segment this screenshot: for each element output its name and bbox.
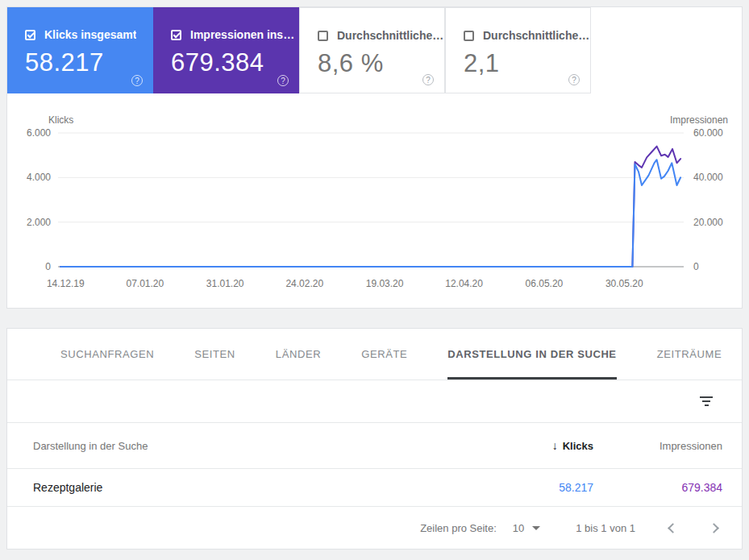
filter-row (7, 380, 742, 423)
pagination-bar: Zeilen pro Seite: 10 1 bis 1 von 1 (7, 507, 742, 550)
search-appearance-panel: SUCHANFRAGENSEITENLÄNDERGERÄTEDARSTELLUN… (6, 328, 743, 550)
svg-text:31.01.20: 31.01.20 (206, 278, 244, 289)
dimension-tabs: SUCHANFRAGENSEITENLÄNDERGERÄTEDARSTELLUN… (7, 329, 742, 380)
filter-icon[interactable] (697, 393, 716, 409)
page-size-select[interactable]: 10 (513, 522, 540, 534)
svg-text:06.05.20: 06.05.20 (526, 278, 564, 289)
tab-zeitraume[interactable]: ZEITRÄUME (657, 329, 722, 380)
column-header-klicks[interactable]: ↓Klicks (481, 439, 593, 452)
checkbox-icon[interactable] (318, 31, 328, 41)
pagination-range: 1 bis 1 von 1 (576, 522, 635, 534)
metric-card-label: Klicks insgesamt (44, 28, 136, 41)
row-klicks-value: 58.217 (481, 481, 593, 494)
svg-text:20.000: 20.000 (693, 217, 723, 228)
svg-text:Klicks: Klicks (48, 114, 73, 126)
metric-card-position[interactable]: Durchschnittliche… 2,1 (445, 7, 591, 93)
svg-text:0: 0 (45, 261, 51, 272)
table-row[interactable]: Rezeptgalerie 58.217 679.384 (7, 469, 742, 507)
row-impressionen-value: 679.384 (593, 481, 722, 494)
metric-card-impressions[interactable]: Impressionen ins… 679.384 (153, 7, 299, 93)
svg-text:2.000: 2.000 (27, 217, 51, 228)
svg-text:6.000: 6.000 (27, 127, 51, 139)
next-page-icon[interactable] (709, 523, 719, 533)
sort-descending-icon: ↓ (552, 439, 558, 452)
table-header-row: Darstellung in der Suche ↓Klicks Impress… (7, 423, 742, 469)
column-header-name: Darstellung in der Suche (33, 440, 481, 452)
checkbox-icon[interactable] (171, 30, 181, 40)
rows-per-page-label: Zeilen pro Seite: (420, 522, 497, 534)
metric-cards-row: Klicks insgesamt 58.217 Impressionen ins… (7, 7, 742, 93)
performance-panel: Klicks insgesamt 58.217 Impressionen ins… (6, 6, 743, 309)
help-icon[interactable] (131, 75, 143, 86)
tab-seiten[interactable]: SEITEN (194, 329, 235, 380)
metric-card-value: 58.217 (25, 48, 153, 77)
help-icon[interactable] (568, 74, 580, 85)
column-header-impressionen[interactable]: Impressionen (593, 440, 722, 452)
dropdown-caret-icon (532, 526, 540, 530)
help-icon[interactable] (277, 75, 289, 86)
metric-card-label: Durchschnittliche… (483, 29, 589, 42)
svg-text:19.03.20: 19.03.20 (366, 278, 404, 289)
svg-text:Impressionen: Impressionen (670, 114, 728, 126)
metric-card-ctr[interactable]: Durchschnittliche… 8,6 % (299, 7, 445, 93)
page-size-value: 10 (513, 522, 524, 534)
help-icon[interactable] (422, 74, 434, 85)
svg-text:12.04.20: 12.04.20 (445, 278, 483, 289)
svg-text:24.02.20: 24.02.20 (285, 278, 323, 289)
svg-text:07.01.20: 07.01.20 (127, 278, 164, 289)
svg-text:14.12.19: 14.12.19 (47, 278, 85, 289)
svg-text:60.000: 60.000 (693, 127, 723, 139)
row-name: Rezeptgalerie (33, 481, 481, 494)
metric-card-clicks[interactable]: Klicks insgesamt 58.217 (7, 7, 153, 93)
checkbox-icon[interactable] (25, 30, 35, 40)
tab-lander[interactable]: LÄNDER (276, 329, 321, 380)
svg-text:40.000: 40.000 (693, 172, 723, 183)
traffic-chart: 6.00060.0004.00040.0002.00020.00000Klick… (7, 100, 742, 300)
checkbox-icon[interactable] (464, 31, 474, 41)
metric-card-label: Impressionen ins… (190, 28, 294, 41)
svg-text:4.000: 4.000 (27, 172, 51, 183)
svg-text:30.05.20: 30.05.20 (605, 278, 643, 289)
previous-page-icon[interactable] (668, 523, 678, 533)
metric-card-value: 679.384 (171, 48, 299, 77)
tab-suchanfragen[interactable]: SUCHANFRAGEN (60, 329, 154, 380)
metric-card-label: Durchschnittliche… (337, 29, 443, 42)
tab-gerate[interactable]: GERÄTE (361, 329, 407, 380)
tab-darstellung-in-der-suche[interactable]: DARSTELLUNG IN DER SUCHE (447, 329, 616, 380)
svg-text:0: 0 (693, 261, 699, 272)
